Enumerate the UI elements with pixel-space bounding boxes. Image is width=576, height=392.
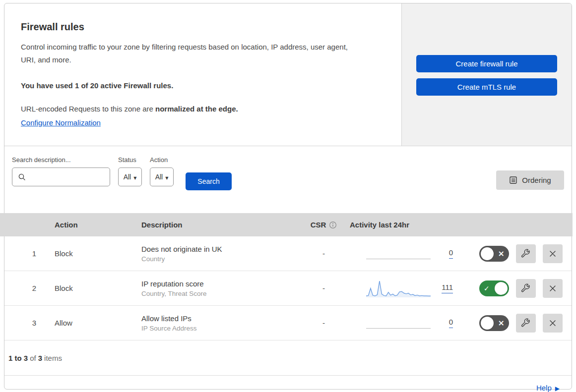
help-link[interactable]: Help [536,384,560,392]
edit-rule-button[interactable] [516,279,536,298]
edit-rule-button[interactable] [516,314,536,333]
total-text: 3 [38,354,42,362]
configure-normalization-link[interactable]: Configure Normalization [21,118,101,127]
actions-panel: Create firewall rule Create mTLS rule [402,3,572,146]
table-header-row: Action Description CSR Activity last 24h… [0,213,573,236]
rule-action: Block [36,284,141,292]
chevron-down-icon [165,173,168,181]
create-firewall-rule-button[interactable]: Create firewall rule [416,55,557,72]
rule-action: Block [36,249,141,258]
activity-sparkline [366,279,431,298]
enabled-toggle[interactable]: × ✓ [479,315,509,331]
wrench-icon [521,249,531,259]
activity-flatline [366,328,431,329]
header-text-card: Firewall rules Control incoming traffic … [4,3,402,146]
help-link-label: Help [536,384,552,392]
delete-rule-button[interactable] [543,314,563,333]
rule-priority: 2 [4,284,36,292]
wrench-icon [521,283,531,293]
close-icon [548,318,558,328]
rule-controls: × ✓ [479,314,563,333]
normalization-note-bold: normalized at the edge. [155,105,238,113]
status-dropdown[interactable]: All [118,168,142,186]
rule-row: 3 Allow Allow listed IPs IP Source Addre… [4,306,572,340]
status-dropdown-value: All [124,173,131,181]
action-dropdown-value: All [155,173,163,181]
delete-rule-button[interactable] [543,244,563,263]
firewall-rules-panel: Firewall rules Control incoming traffic … [4,3,572,390]
rule-description-cell: IP reputation score Country, Threat Scor… [141,280,300,297]
enabled-toggle[interactable]: × ✓ [479,280,509,296]
rule-fields: Country, Threat Score [141,290,300,297]
ordering-button-label: Ordering [522,176,551,184]
rule-priority: 1 [4,249,36,258]
items-text: items [44,354,62,362]
info-icon[interactable] [329,221,337,229]
search-icon [18,173,26,181]
search-input[interactable] [29,168,108,187]
toggle-knob [495,282,508,295]
search-button[interactable]: Search [186,172,232,190]
activity-count-link[interactable]: 111 [442,283,453,293]
header-section: Firewall rules Control incoming traffic … [4,3,572,146]
rule-action: Allow [36,319,141,327]
ordering-list-icon [509,176,517,184]
sparkline-area [366,281,431,297]
normalization-note-text: URL-encoded Requests to this zone are [21,105,155,113]
search-label: Search description... [12,156,110,164]
activity-flatline [366,259,431,259]
column-header-description: Description [141,221,300,229]
rule-row: 1 Block Does not originate in UK Country… [4,236,572,271]
help-arrow-icon [552,384,560,392]
close-icon [548,283,558,293]
create-mtls-rule-button[interactable]: Create mTLS rule [416,78,557,96]
wrench-icon [521,318,531,328]
pagination-summary: 1 to 3 of 3 items [4,340,572,376]
rule-controls: × ✓ [479,244,563,263]
usage-summary: You have used 1 of 20 active Firewall ru… [21,81,386,90]
enabled-toggle[interactable]: × ✓ [479,246,509,262]
search-group: Search description... [12,156,110,186]
action-dropdown[interactable]: All [150,168,174,186]
ordering-button[interactable]: Ordering [496,170,564,190]
toggle-check-icon: ✓ [484,284,490,292]
chevron-down-icon [133,173,136,181]
activity-chart-cell [366,279,431,298]
action-label: Action [150,156,174,164]
page-title: Firewall rules [21,21,386,33]
close-icon [548,249,558,259]
column-header-csr: CSR [300,221,347,229]
rule-description: Does not originate in UK [141,245,300,253]
delete-rule-button[interactable] [543,279,563,298]
column-header-action: Action [36,221,141,229]
activity-chart-cell [366,313,431,333]
rule-csr-value: - [300,284,347,292]
toggle-knob [481,317,494,330]
activity-count-link[interactable]: 0 [449,248,453,259]
rule-csr-value: - [300,249,347,258]
toggle-knob [481,247,494,260]
rule-fields: IP Source Address [141,325,300,332]
rule-csr-value: - [300,319,347,327]
range-text: 1 to 3 [8,354,28,362]
rule-description-cell: Allow listed IPs IP Source Address [141,314,300,332]
activity-chart-cell [366,244,431,264]
rule-row: 2 Block IP reputation score Country, Thr… [4,271,572,306]
status-filter-group: Status All [118,156,142,186]
help-bar: Help [4,376,572,392]
status-label: Status [118,156,142,164]
column-header-activity: Activity last 24hr [350,221,409,229]
search-box [12,168,110,186]
normalization-note: URL-encoded Requests to this zone are no… [21,105,386,113]
rule-controls: × ✓ [479,279,563,298]
rule-priority: 3 [4,319,36,327]
action-filter-group: Action All [150,156,174,186]
rule-description: Allow listed IPs [141,314,300,323]
rule-description-cell: Does not originate in UK Country [141,245,300,263]
toggle-x-icon: × [498,249,505,258]
toggle-x-icon: × [498,318,505,328]
filter-bar: Search description... Status All Action … [4,146,572,213]
edit-rule-button[interactable] [516,244,536,263]
page-description: Control incoming traffic to your zone by… [21,41,353,66]
activity-count-link[interactable]: 0 [449,318,453,328]
